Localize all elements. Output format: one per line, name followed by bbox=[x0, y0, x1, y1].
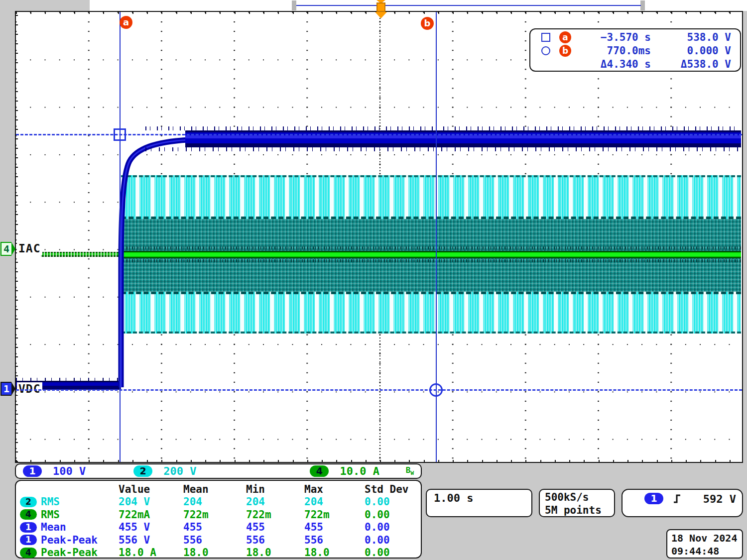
ch4-noise-lower bbox=[121, 259, 741, 262]
row4-min: 556 bbox=[246, 534, 304, 546]
row1-mean: 204 bbox=[183, 496, 246, 508]
cursor-b-time: 770.0ms bbox=[579, 45, 664, 57]
ch2-ac-voltage-band-bottom bbox=[121, 292, 741, 334]
row3-channel-badge: 1 bbox=[20, 522, 37, 533]
row4-value: 556 V bbox=[119, 534, 183, 546]
row1-channel-badge: 2 bbox=[20, 497, 37, 507]
horizontal-scale-value: 1.00 s bbox=[434, 492, 473, 504]
ch4-noise-upper bbox=[121, 246, 741, 249]
trigger-marker-stem bbox=[376, 2, 385, 12]
row2-min: 722m bbox=[246, 509, 304, 521]
bottom-tick-marks bbox=[16, 460, 742, 462]
row1-max: 204 bbox=[304, 496, 365, 508]
ch1-trace-label: VDC bbox=[17, 382, 42, 395]
trigger-box[interactable]: 1 592 V bbox=[622, 489, 743, 517]
row2-max: 722m bbox=[304, 509, 365, 521]
col-header-min: Min bbox=[246, 483, 304, 495]
cursor-a-vertical-line[interactable] bbox=[120, 12, 121, 462]
cursor-a-badge: a bbox=[559, 31, 571, 43]
zoom-window-left-bracket[interactable] bbox=[292, 0, 296, 10]
ch1-source-badge[interactable]: 1 bbox=[0, 382, 15, 396]
row2-meas-name: RMS bbox=[41, 509, 60, 521]
row3-std: 0.00 bbox=[365, 521, 417, 533]
table-row: 4 Peak-Peak bbox=[20, 547, 119, 559]
row2-channel-badge: 4 bbox=[20, 509, 37, 520]
table-row: 2 RMS bbox=[20, 496, 119, 508]
cursor-a-volt: 538.0 V bbox=[664, 31, 735, 43]
sample-rate: 500kS/s bbox=[545, 491, 609, 504]
cursor-b-badge: b bbox=[559, 45, 571, 57]
table-row: 4 RMS bbox=[20, 509, 119, 521]
ch1-noise-lower bbox=[145, 147, 741, 151]
ch2-ac-voltage-band-top bbox=[121, 175, 741, 219]
row3-min: 455 bbox=[246, 521, 304, 533]
channel-scale-bar: 1 100 V 2 200 V 4 10.0 A BW bbox=[15, 463, 422, 479]
acquisition-box[interactable]: 500kS/s 5M points bbox=[539, 489, 615, 517]
cursor-b-circle-icon bbox=[541, 46, 550, 55]
ch2-scale[interactable]: 200 V bbox=[163, 465, 196, 477]
cursor-a-square-icon bbox=[541, 33, 550, 42]
cursor-b-horizontal-line[interactable] bbox=[16, 389, 742, 391]
row3-max: 455 bbox=[304, 521, 365, 533]
row5-min: 18.0 bbox=[246, 547, 304, 559]
row2-value: 722mA bbox=[119, 509, 183, 521]
time-text: 09:44:48 bbox=[671, 545, 738, 558]
row5-meas-name: Peak-Peak bbox=[41, 547, 98, 559]
ch4-badge[interactable]: 4 bbox=[310, 465, 329, 477]
horizontal-scale-box[interactable]: 1.00 s bbox=[426, 489, 532, 517]
ch4-source-badge[interactable]: 4 bbox=[0, 242, 15, 256]
ch1-scale[interactable]: 100 V bbox=[53, 465, 86, 477]
row4-channel-badge: 1 bbox=[20, 535, 37, 545]
col-header-max: Max bbox=[304, 483, 365, 495]
row5-value: 18.0 A bbox=[119, 547, 183, 559]
ch4-trace-label: IAC bbox=[17, 242, 42, 255]
ch1-source-number: 1 bbox=[1, 383, 11, 395]
cursor-b-volt: 0.000 V bbox=[664, 45, 735, 57]
cursor-a-tag[interactable]: a bbox=[120, 16, 132, 29]
row4-mean: 556 bbox=[183, 534, 246, 546]
row5-mean: 18.0 bbox=[183, 547, 246, 559]
ch4-iac-trace bbox=[121, 251, 741, 258]
bandwidth-limit-indicator: BW bbox=[406, 465, 414, 476]
row3-mean: 455 bbox=[183, 521, 246, 533]
trigger-level: 592 V bbox=[703, 493, 736, 505]
ch4-source-number: 4 bbox=[1, 243, 11, 255]
cursor-delta-volt: Δ538.0 V bbox=[664, 58, 735, 70]
cursor-a-square-marker[interactable] bbox=[114, 128, 126, 141]
cursor-delta-time: Δ4.340 s bbox=[579, 58, 664, 70]
cursor-a-time: −3.570 s bbox=[579, 31, 664, 43]
ch1-badge[interactable]: 1 bbox=[23, 465, 42, 477]
ch2-badge[interactable]: 2 bbox=[133, 465, 152, 477]
record-length: 5M points bbox=[545, 504, 609, 517]
cursor-b-tag[interactable]: b bbox=[421, 17, 434, 30]
measurement-table: Value Mean Min Max Std Dev 2 RMS 204 V 2… bbox=[15, 480, 422, 559]
col-header-value: Value bbox=[119, 483, 183, 495]
row4-max: 556 bbox=[304, 534, 365, 546]
ch4-scale[interactable]: 10.0 A bbox=[340, 465, 379, 477]
row1-meas-name: RMS bbox=[41, 496, 60, 508]
row4-meas-name: Peak-Peak bbox=[41, 534, 98, 546]
row5-max: 18.0 bbox=[304, 547, 365, 559]
oscilloscope-screen: IAC VDC a b 4 1 a −3.570 s 538.0 V b 770… bbox=[0, 0, 747, 560]
row5-std: 0.00 bbox=[365, 547, 417, 559]
trigger-source-badge: 1 bbox=[644, 493, 663, 504]
row1-min: 204 bbox=[246, 496, 304, 508]
zoom-window-right-bracket[interactable] bbox=[640, 0, 645, 10]
date-text: 18 Nov 2024 bbox=[671, 532, 738, 545]
ch1-vdc-trace-poststep bbox=[185, 130, 741, 147]
row3-value: 455 V bbox=[119, 521, 183, 533]
table-row: 1 Mean bbox=[20, 521, 119, 533]
cursor-b-circle-marker[interactable] bbox=[429, 383, 443, 397]
trigger-position-marker-icon[interactable] bbox=[371, 0, 391, 20]
row2-mean: 722m bbox=[183, 509, 246, 521]
record-view-waveform-line bbox=[296, 5, 641, 6]
rising-edge-icon bbox=[672, 493, 683, 505]
col-header-mean: Mean bbox=[183, 483, 246, 495]
row5-channel-badge: 4 bbox=[20, 548, 37, 558]
cursor-readout-box: a −3.570 s 538.0 V b 770.0ms 0.000 V Δ4.… bbox=[529, 28, 741, 72]
table-row: 1 Peak-Peak bbox=[20, 534, 119, 546]
record-view-strip bbox=[90, 0, 747, 11]
row4-std: 0.00 bbox=[365, 534, 417, 546]
datetime-box: 18 Nov 2024 09:44:48 bbox=[666, 529, 743, 559]
ch4-iac-trace-prestep bbox=[41, 252, 121, 257]
